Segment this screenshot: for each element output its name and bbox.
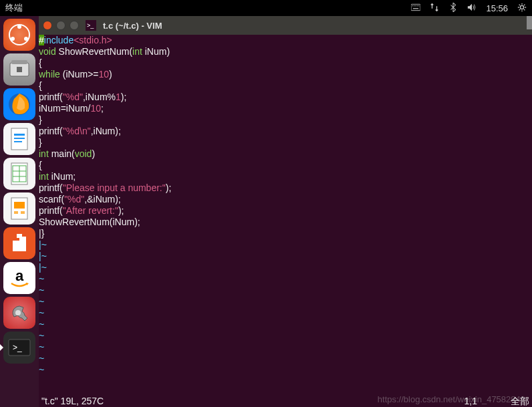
status-file: "t.c" 19L, 257C [41,396,104,407]
volume-icon[interactable] [467,3,477,14]
terminal-window-icon: >_ [86,20,96,31]
svg-rect-28 [21,211,25,214]
svg-rect-13 [11,60,27,64]
svg-rect-0 [411,4,420,10]
window-maximize-button[interactable] [70,21,79,30]
svg-point-11 [11,37,15,41]
svg-rect-29 [17,234,22,238]
app-menu-title[interactable]: 终端 [5,2,23,14]
desktop-scrollbar[interactable] [527,16,532,29]
window-close-button[interactable] [43,21,52,30]
unity-launcher: a >_ [0,16,39,407]
window-title: t.c (~/t.c) - VIM [103,21,162,31]
svg-rect-14 [17,67,22,72]
software-icon[interactable] [3,227,35,259]
amazon-icon[interactable]: a [3,262,35,294]
svg-point-10 [24,37,28,41]
svg-text:>_: >_ [13,343,22,352]
svg-rect-19 [14,141,22,142]
svg-rect-17 [14,134,25,136]
svg-rect-6 [413,8,418,9]
svg-text:>_: >_ [87,22,94,29]
dash-icon[interactable] [3,19,35,51]
svg-rect-18 [14,138,25,139]
keyboard-icon[interactable] [411,3,420,14]
calc-icon[interactable] [3,158,35,190]
bluetooth-icon[interactable] [448,3,458,14]
terminal-icon[interactable]: >_ [3,331,35,364]
menubar: 终端 15:56 [0,0,532,16]
settings-icon[interactable] [3,297,35,329]
files-icon[interactable] [3,53,35,86]
vim-editor[interactable]: #include<stdio.h> void ShowRevertNum(int… [39,35,532,407]
code-content: #include<stdio.h> void ShowRevertNum(int… [39,35,532,376]
svg-rect-5 [419,5,420,6]
firefox-icon[interactable] [3,88,35,120]
gear-icon[interactable] [517,3,527,14]
impress-icon[interactable] [3,192,35,225]
window-minimize-button[interactable] [56,21,65,30]
svg-point-9 [17,25,21,29]
svg-rect-1 [412,5,413,6]
svg-point-31 [15,310,21,315]
svg-rect-27 [14,211,18,214]
writer-icon[interactable] [3,123,35,155]
window-titlebar: >_ t.c (~/t.c) - VIM [39,16,532,35]
svg-rect-26 [14,202,25,209]
watermark: https://blog.csdn.net/weixin_47582848 [378,394,525,404]
svg-text:a: a [15,267,24,284]
svg-rect-4 [417,5,418,6]
svg-rect-2 [414,5,415,6]
clock[interactable]: 15:56 [486,3,508,13]
svg-rect-3 [416,5,416,6]
svg-point-7 [520,5,523,9]
network-icon[interactable] [430,3,439,14]
